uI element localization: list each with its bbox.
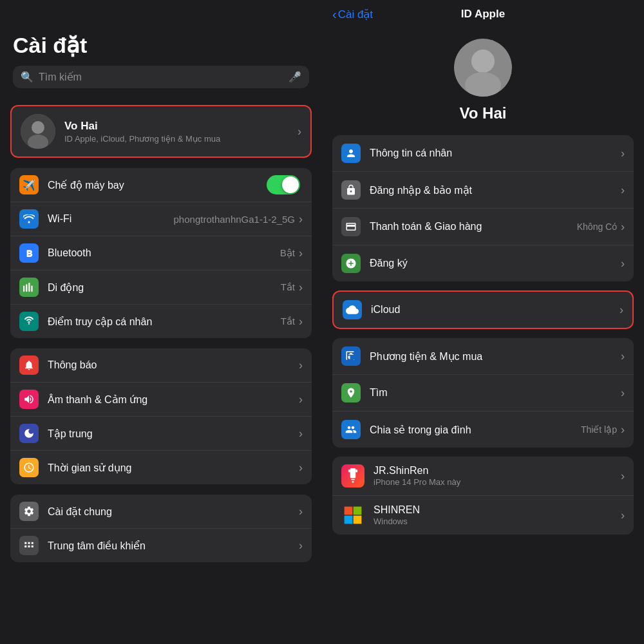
network-group: ✈️ Chế độ máy bay Wi-Fi phongtrothanhnGa… — [10, 168, 312, 338]
focus-label: Tập trung — [48, 428, 299, 440]
notifications-item[interactable]: Thông báo › — [10, 348, 312, 383]
airplane-label: Chế độ máy bay — [48, 179, 267, 191]
chevron-icon: › — [621, 509, 625, 522]
svg-rect-12 — [354, 507, 362, 515]
personal-info-item[interactable]: Thông tin cá nhân › — [332, 135, 634, 172]
device-jr-info: JR.ShinRen iPhone 14 Pro Max này — [374, 465, 621, 487]
icloud-row[interactable]: iCloud › — [332, 290, 634, 329]
device-jr-icon — [341, 464, 365, 488]
hotspot-label: Điểm truy cập cá nhân — [48, 316, 281, 328]
chevron-icon: › — [299, 393, 303, 406]
svg-point-1 — [32, 121, 44, 134]
wifi-icon — [19, 209, 39, 229]
wifi-item[interactable]: Wi-Fi phongtrothanhnGa1-1-2_5G › — [10, 202, 312, 236]
device-shinren-sub: Windows — [374, 516, 621, 526]
chevron-icon: › — [299, 427, 303, 440]
airplane-icon: ✈️ — [19, 175, 39, 194]
back-label: Cài đặt — [338, 8, 373, 21]
sounds-item[interactable]: Âm thanh & Cảm ứng › — [10, 383, 312, 417]
screentime-item[interactable]: Thời gian sử dụng › — [10, 451, 312, 484]
right-header: ‹ Cài đặt ID Apple — [322, 0, 644, 26]
chevron-icon: › — [299, 281, 303, 294]
svg-point-10 — [352, 481, 354, 483]
icloud-label: iCloud — [371, 304, 620, 316]
page-title: Cài đặt — [13, 32, 309, 58]
profile-name: Vo Hai — [64, 120, 298, 133]
svg-rect-9 — [351, 479, 355, 480]
subscriptions-item[interactable]: Đăng ký › — [332, 245, 634, 281]
general-item[interactable]: Cài đặt chung › — [10, 495, 312, 529]
device-jr-item[interactable]: JR.ShinRen iPhone 14 Pro Max này › — [332, 457, 634, 496]
media-purchases-icon — [341, 346, 361, 366]
right-profile-name: Vo Hai — [460, 104, 507, 122]
notifications-label: Thông báo — [48, 359, 299, 371]
airplane-toggle[interactable] — [267, 175, 300, 194]
wifi-label: Wi-Fi — [48, 213, 174, 225]
sounds-icon — [19, 390, 39, 409]
screentime-icon — [19, 458, 39, 477]
services-group: Phương tiện & Mục mua › Tìm › Chia sẻ tr… — [332, 338, 634, 448]
general-icon — [19, 502, 39, 521]
chevron-icon: › — [620, 303, 623, 317]
chevron-icon: › — [299, 315, 303, 328]
profile-row[interactable]: Vo Hai ID Apple, iCloud, Phương tiện & M… — [10, 105, 312, 158]
signin-security-item[interactable]: Đăng nhập & bảo mật › — [332, 172, 634, 209]
device-jr-name: JR.ShinRen — [374, 465, 621, 477]
focus-icon — [19, 424, 39, 443]
payment-item[interactable]: Thanh toán & Giao hàng Không Có › — [332, 209, 634, 245]
profile-info: Vo Hai ID Apple, iCloud, Phương tiện & M… — [64, 120, 298, 144]
bluetooth-icon: ʙ — [19, 243, 39, 263]
info-group: Thông tin cá nhân › Đăng nhập & bảo mật … — [332, 135, 634, 281]
svg-rect-8 — [355, 469, 357, 472]
subscriptions-icon — [341, 254, 361, 273]
device-shinren-item[interactable]: SHINREN Windows › — [332, 496, 634, 535]
back-button[interactable]: ‹ Cài đặt — [332, 7, 373, 22]
settings-panel: Cài đặt 🔍 🎤 Vo Hai ID Apple, iCloud, Phư… — [0, 0, 322, 644]
devices-group: JR.ShinRen iPhone 14 Pro Max này › SHINR… — [332, 457, 634, 535]
chevron-icon: › — [621, 220, 625, 234]
icloud-icon — [343, 300, 362, 319]
notifications-icon — [19, 355, 39, 375]
bluetooth-item[interactable]: ʙ Bluetooth Bật › — [10, 236, 312, 270]
chevron-icon: › — [299, 505, 303, 518]
icloud-item[interactable]: iCloud › — [334, 292, 632, 328]
search-input[interactable] — [39, 71, 283, 83]
find-my-item[interactable]: Tìm › — [332, 375, 634, 412]
control-center-item[interactable]: Trung tâm điều khiển › — [10, 529, 312, 562]
chevron-icon: › — [621, 184, 625, 197]
device-jr-sub: iPhone 14 Pro Max này — [374, 477, 621, 487]
search-icon: 🔍 — [21, 71, 33, 83]
apple-id-panel: ‹ Cài đặt ID Apple Vo Hai Thông tin cá n… — [322, 0, 644, 644]
chevron-icon: › — [621, 386, 625, 400]
back-chevron-icon: ‹ — [332, 7, 337, 22]
device-shinren-name: SHINREN — [374, 504, 621, 516]
media-purchases-label: Phương tiện & Mục mua — [370, 350, 621, 363]
media-purchases-item[interactable]: Phương tiện & Mục mua › — [332, 338, 634, 375]
general-label: Cài đặt chung — [48, 506, 299, 518]
device-shinren-info: SHINREN Windows — [374, 504, 621, 526]
personal-info-label: Thông tin cá nhân — [370, 147, 621, 159]
cellular-label: Di động — [48, 281, 281, 294]
cellular-item[interactable]: Di động Tắt › — [10, 270, 312, 305]
bluetooth-value: Bật — [280, 247, 295, 259]
search-bar[interactable]: 🔍 🎤 — [13, 66, 309, 88]
subscriptions-label: Đăng ký — [370, 258, 621, 269]
chevron-icon: › — [621, 257, 625, 270]
airplane-mode-item[interactable]: ✈️ Chế độ máy bay — [10, 168, 312, 202]
svg-point-4 — [471, 50, 495, 73]
svg-rect-13 — [345, 516, 353, 524]
focus-item[interactable]: Tập trung › — [10, 417, 312, 451]
chevron-icon: › — [621, 469, 625, 483]
profile-subtitle: ID Apple, iCloud, Phương tiện & Mục mua — [64, 134, 298, 144]
right-profile-section: Vo Hai — [322, 26, 644, 135]
wifi-value: phongtrothanhnGa1-1-2_5G — [174, 214, 295, 225]
family-value: Thiết lập — [581, 424, 617, 435]
payment-value: Không Có — [577, 222, 617, 232]
cellular-value: Tắt — [281, 281, 295, 293]
chevron-icon: › — [621, 147, 625, 160]
chevron-icon: › — [299, 247, 303, 260]
hotspot-item[interactable]: Điểm truy cập cá nhân Tắt › — [10, 305, 312, 338]
family-item[interactable]: Chia sẻ trong gia đình Thiết lập › — [332, 412, 634, 448]
chevron-icon: › — [299, 461, 303, 475]
right-page-title: ID Apple — [461, 8, 505, 21]
